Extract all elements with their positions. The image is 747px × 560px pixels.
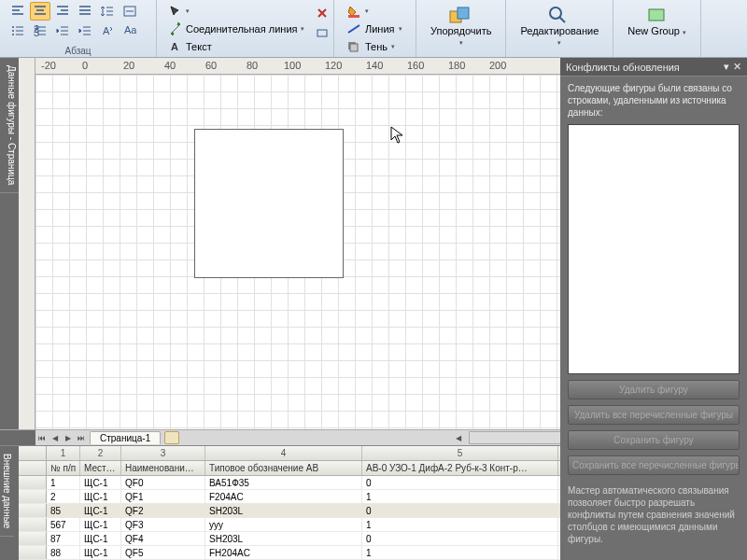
col-number[interactable]: 1 (47, 446, 80, 460)
cell[interactable]: QF0 (121, 476, 205, 489)
panel-message: Следующие фигуры были связаны со строкам… (568, 82, 740, 119)
cell[interactable]: ЩС-1 (80, 504, 121, 517)
field-header[interactable]: АВ-0 УЗО-1 ДифА-2 Руб-к-3 Конт-р… (362, 461, 558, 475)
left-tab-shapedata[interactable]: Данные фигуры - Страница (0, 58, 19, 193)
cell[interactable]: SH203L (205, 532, 362, 545)
svg-rect-17 (649, 9, 664, 21)
field-header[interactable]: Мест… (80, 461, 121, 475)
line-label: Линия (365, 23, 395, 35)
bullet-list-button[interactable] (7, 21, 28, 40)
cell[interactable]: ВА51Ф35 (205, 476, 362, 489)
cell[interactable]: QF5 (121, 546, 205, 559)
increase-indent-button[interactable] (75, 21, 95, 40)
cell[interactable]: ЩС-1 (80, 518, 121, 531)
tab-nav-first[interactable]: ⏮ (35, 430, 49, 445)
connector-tool-button[interactable]: Соединительная линия▾ (164, 20, 326, 37)
shadow-label: Тень (365, 41, 388, 52)
svg-point-2 (12, 34, 14, 35)
cell[interactable]: 0 (362, 476, 558, 489)
delete-x-button[interactable] (312, 4, 332, 22)
cell[interactable]: ЩС-1 (80, 490, 121, 503)
cell[interactable]: 2 (47, 490, 80, 503)
bottom-tabs: Внешние данные (0, 446, 19, 560)
panel-close-icon[interactable]: ✕ (733, 61, 741, 73)
text-direction-button[interactable]: Aa (120, 21, 140, 40)
rectangle-tool-button[interactable] (312, 23, 332, 42)
bottom-tab-externaldata[interactable]: Внешние данные (0, 446, 14, 537)
col-number[interactable]: 2 (80, 446, 121, 460)
line-style-button[interactable]: Линия▾ (342, 20, 408, 37)
newgroup-label: New Group (627, 25, 680, 36)
cell[interactable]: 1 (47, 476, 80, 489)
cell[interactable]: QF1 (121, 490, 205, 503)
field-header[interactable]: Типовое обозначение AB (205, 461, 362, 475)
cell[interactable]: F204AC (205, 490, 362, 503)
cell[interactable]: 567 (47, 518, 80, 531)
arrange-label: Упорядочить (430, 25, 491, 36)
ribbon-group-edit: Редактирование▾ (506, 0, 613, 57)
text-rotation-button[interactable]: A (97, 21, 118, 40)
add-page-button[interactable] (164, 431, 179, 444)
cell[interactable]: 1 (362, 546, 558, 559)
cursor-icon (390, 126, 405, 145)
col-number[interactable]: 3 (121, 446, 205, 460)
delete-shape-button[interactable]: Удалить фигуру (568, 380, 740, 399)
cell[interactable]: ЩС-1 (80, 532, 121, 545)
cell[interactable]: SH203L (205, 504, 362, 517)
panel-title: Конфликты обновления (566, 62, 680, 73)
tab-nav-prev[interactable]: ◀ (49, 430, 62, 445)
vert-align-button[interactable] (120, 2, 140, 21)
line-spacing-button[interactable] (97, 2, 118, 21)
cell[interactable]: 1 (362, 490, 558, 503)
page-tab-1[interactable]: Страница-1 (90, 431, 161, 444)
delete-all-button[interactable]: Удалить все перечисленные фигуры (568, 405, 740, 425)
cell[interactable]: ЩС-1 (80, 476, 121, 489)
numbered-list-button[interactable]: 123 (30, 21, 50, 40)
newgroup-button[interactable]: New Group ▾ (621, 2, 692, 39)
ribbon-group-paragraph: 123 A Aa Абзац (0, 0, 157, 57)
hscroll-left[interactable]: ◀ (452, 430, 465, 445)
align-right-button[interactable] (52, 2, 73, 21)
field-header[interactable]: Наименовани… (121, 461, 205, 475)
shadow-button[interactable]: Тень▾ (342, 37, 408, 55)
edit-button[interactable]: Редактирование▾ (514, 2, 605, 49)
save-shape-button[interactable]: Сохранить фигуру (568, 430, 740, 450)
col-number[interactable]: 5 (362, 446, 558, 460)
tab-nav-next[interactable]: ▶ (62, 430, 75, 445)
arrange-button[interactable]: Упорядочить▾ (424, 2, 498, 49)
cell[interactable]: QF3 (121, 518, 205, 531)
svg-rect-13 (350, 44, 358, 51)
cell[interactable]: ууу (205, 518, 362, 531)
save-all-button[interactable]: Сохранить все перечисленные фигуры (568, 455, 740, 475)
ribbon-group-tools: ▾ Соединительная линия▾ AТекст Сервис (157, 0, 334, 57)
svg-point-0 (12, 26, 14, 28)
fill-button[interactable]: ▾ (342, 2, 408, 20)
panel-menu-icon[interactable]: ▾ (724, 61, 729, 73)
cell[interactable]: QF2 (121, 504, 205, 517)
cell[interactable]: QF4 (121, 532, 205, 545)
conflict-list[interactable] (568, 124, 740, 374)
decrease-indent-button[interactable] (52, 21, 73, 40)
tab-nav-last[interactable]: ⏭ (75, 430, 88, 445)
cell[interactable]: 88 (47, 546, 80, 559)
cell[interactable]: 0 (362, 504, 558, 517)
rectangle-shape[interactable] (194, 129, 344, 278)
align-left-button[interactable] (7, 2, 28, 21)
align-justify-button[interactable] (75, 2, 95, 21)
cell[interactable]: ЩС-1 (80, 546, 121, 559)
cell[interactable]: 0 (362, 532, 558, 545)
svg-rect-10 (317, 30, 327, 36)
cell[interactable]: FH204AC (205, 546, 362, 559)
panel-title-bar: Конфликты обновления ▾ ✕ (560, 58, 747, 77)
svg-rect-15 (458, 7, 469, 19)
text-tool-button[interactable]: AТекст (164, 37, 326, 55)
align-center-button[interactable] (30, 2, 50, 21)
cell[interactable]: 1 (362, 518, 558, 531)
ribbon-group-shape: ▾ Линия▾ Тень▾ Фигура (334, 0, 416, 57)
pointer-tool-button[interactable]: ▾ (164, 2, 326, 20)
cell[interactable]: 85 (47, 504, 80, 517)
col-number[interactable]: 4 (205, 446, 362, 460)
field-header[interactable]: № п/п (47, 461, 80, 475)
edit-label: Редактирование (520, 25, 599, 36)
cell[interactable]: 87 (47, 532, 80, 545)
